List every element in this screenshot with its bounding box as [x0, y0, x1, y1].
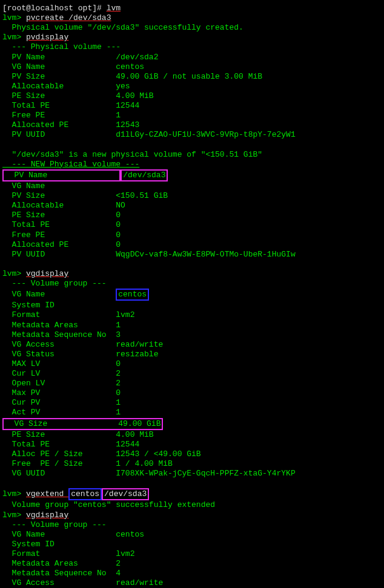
vg-meta: Metadata Areas 2: [2, 559, 384, 569]
pv-name-label: PV Name: [5, 171, 118, 180]
pv-freepe: Free PE 1: [2, 111, 384, 120]
section-header: --- Volume group ---: [2, 279, 384, 289]
pv-totalpe: Total PE 12544: [2, 101, 384, 111]
vg-meta: Metadata Areas 1: [2, 321, 384, 330]
vg-size-box: VG Size 49.00 GiB: [2, 418, 163, 430]
vg-freepe: Free PE / Size 1 / 4.00 MiB: [2, 459, 384, 469]
pv-totalpe: Total PE 0: [2, 220, 384, 230]
vg-systemid: System ID: [2, 301, 384, 310]
vg-curpv: Cur PV 1: [2, 398, 384, 408]
vg-uuid: VG UUID I708XK-WPak-jCyE-GqcH-PPFZ-xtaG-…: [2, 469, 384, 479]
pv-allocatable: Allocatable NO: [2, 201, 384, 211]
pv-size: PV Size <150.51 GiB: [2, 191, 384, 201]
vg-maxlv: MAX LV 0: [2, 359, 384, 369]
cmd-pvcreate: pvcreate /dev/sda3: [26, 13, 111, 22]
pv-vgname: VG Name centos: [2, 62, 384, 72]
vg-name-value: centos: [118, 290, 147, 299]
vg-systemid: System ID: [2, 540, 384, 549]
lvm-prompt: lvm>: [2, 33, 26, 42]
vg-name-row: VG Name centos: [2, 289, 384, 301]
pv-allocpe: Allocated PE 12543: [2, 120, 384, 130]
pv-name-value: /dev/sda3: [123, 171, 165, 180]
section-header: --- Volume group ---: [2, 520, 384, 530]
pv-name-value-box: /dev/sda3: [121, 169, 168, 181]
vg-allocpe: Alloc PE / Size 12543 / <49.00 GiB: [2, 449, 384, 459]
lvm-prompt: lvm>: [2, 13, 26, 22]
pv-vgname: VG Name: [2, 181, 384, 191]
output-line: Volume group "centos" successfully exten…: [2, 500, 384, 510]
section-header: --- Physical volume ---: [2, 42, 384, 52]
pv-pesize: PE Size 0: [2, 211, 384, 220]
pv-name-box: PV Name: [2, 169, 121, 181]
prompt-line: lvm> vgdisplay: [2, 269, 384, 279]
blank-line: [2, 479, 384, 488]
vg-format: Format lvm2: [2, 310, 384, 320]
vg-pesize: PE Size 4.00 MiB: [2, 430, 384, 440]
section-header: --- NEW Physical volume ---: [2, 160, 384, 169]
cmd-vgextend: vgextend: [26, 489, 68, 498]
cmd-vgdisplay: vgdisplay: [26, 269, 68, 278]
prompt-line: lvm> vgextend centos/dev/sda3: [2, 488, 384, 500]
vg-format: Format lvm2: [2, 549, 384, 559]
vg-totalpe: Total PE 12544: [2, 440, 384, 449]
vg-size-row: VG Size 49.00 GiB: [2, 418, 384, 430]
pv-name: PV Name /dev/sda2: [2, 53, 384, 62]
pv-allocatable: Allocatable yes: [2, 82, 384, 91]
cmd-vgdisplay: vgdisplay: [26, 511, 68, 520]
vg-access: VG Access read/write: [2, 578, 384, 588]
blank-line: [2, 260, 384, 269]
prompt-line: lvm> pvcreate /dev/sda3: [2, 13, 384, 23]
pv-size: PV Size 49.00 GiB / not usable 3.00 MiB: [2, 72, 384, 82]
prompt-line: lvm> vgdisplay: [2, 511, 384, 520]
vg-metaseq: Metadata Sequence No 3: [2, 330, 384, 340]
vg-status: VG Status resizable: [2, 350, 384, 359]
output-line: Physical volume "/dev/sda3" successfully…: [2, 23, 384, 33]
cmd-pvdisplay: pvdisplay: [26, 33, 68, 42]
vg-maxpv: Max PV 0: [2, 388, 384, 398]
pv-allocpe: Allocated PE 0: [2, 240, 384, 250]
lvm-prompt: lvm>: [2, 489, 26, 498]
vg-size-label: VG Size: [5, 419, 118, 428]
pv-new-header: --- NEW Physical volume ---: [2, 160, 139, 169]
lvm-prompt: lvm>: [2, 511, 26, 520]
vg-curlv: Cur LV 2: [2, 369, 384, 379]
pv-name-row: PV Name /dev/sda3: [2, 169, 384, 181]
shell-prompt: [root@localhost opt]#: [2, 4, 107, 13]
vgextend-arg-vg: centos: [68, 488, 102, 500]
prompt-line: [root@localhost opt]# lvm: [2, 4, 384, 13]
vg-metaseq: Metadata Sequence No 4: [2, 569, 384, 578]
pv-uuid: PV UUID WqgDCv-vaf8-Aw3W-E8PW-OTMo-UbeR-…: [2, 250, 384, 260]
lvm-prompt: lvm>: [2, 269, 26, 278]
pv-new-intro: "/dev/sda3" is a new physical volume of …: [2, 150, 384, 160]
vg-actpv: Act PV 1: [2, 408, 384, 417]
terminal[interactable]: [root@localhost opt]# lvm lvm> pvcreate …: [2, 4, 384, 588]
prompt-line: lvm> pvdisplay: [2, 33, 384, 42]
cmd-lvm: lvm: [107, 4, 121, 13]
vg-openlv: Open LV 2: [2, 379, 384, 388]
vg-size-value: 49.00 GiB: [118, 419, 161, 428]
pv-freepe: Free PE 0: [2, 230, 384, 240]
vg-access: VG Access read/write: [2, 340, 384, 350]
pv-uuid: PV UUID d1lLGy-CZAO-UF1U-3WVC-9VRp-t8pY-…: [2, 130, 384, 140]
blank-line: [2, 140, 384, 150]
vg-name-value-box: centos: [116, 289, 149, 301]
vgextend-arg-dev: /dev/sda3: [102, 488, 149, 500]
pv-pesize: PE Size 4.00 MiB: [2, 91, 384, 101]
vg-name: VG Name centos: [2, 530, 384, 540]
vg-name-label: VG Name: [2, 290, 116, 299]
